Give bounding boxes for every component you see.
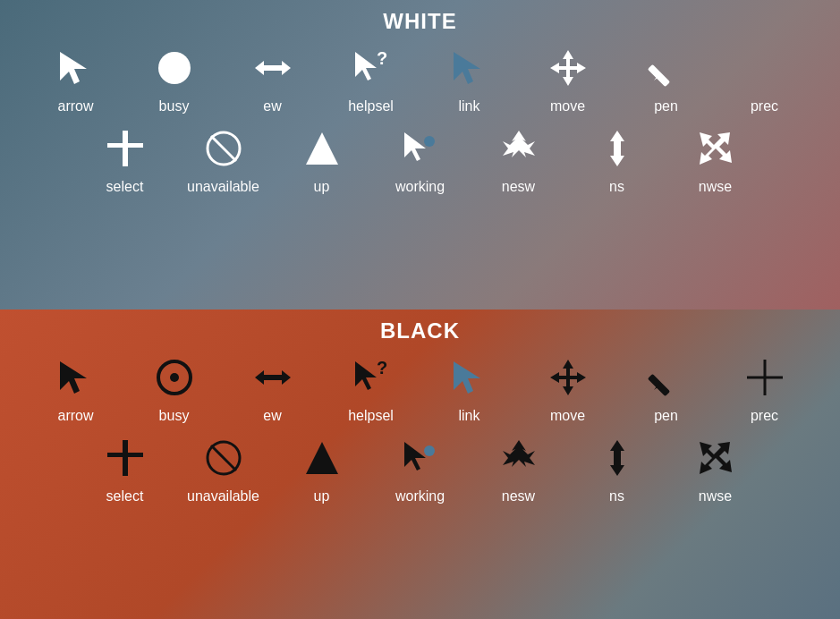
white-select-label: select	[106, 179, 144, 195]
black-pen-item: pen	[617, 351, 716, 424]
white-arrow-label: arrow	[57, 98, 93, 114]
white-helpsel-item: ? helpsel	[322, 41, 420, 114]
white-section-title: WHITE	[383, 9, 456, 34]
black-busy-item: busy	[125, 351, 224, 424]
white-helpsel-label: helpsel	[348, 98, 394, 114]
white-unavailable-label: unavailable	[187, 179, 259, 195]
svg-rect-35	[107, 453, 143, 457]
svg-marker-7	[550, 50, 586, 86]
white-select-icon	[98, 122, 152, 175]
white-pen-label: pen	[654, 98, 678, 114]
black-ns-item: ns	[568, 431, 666, 505]
black-ns-icon	[590, 431, 644, 485]
white-move-icon	[541, 41, 595, 95]
white-row-2: select unavailable up	[18, 122, 822, 202]
white-move-label: move	[550, 98, 585, 114]
white-unavailable-icon	[197, 122, 250, 175]
black-pen-icon	[640, 351, 693, 404]
svg-rect-12	[123, 131, 128, 166]
white-nesw-icon	[492, 122, 546, 175]
svg-marker-39	[404, 442, 426, 471]
black-helpsel-label: helpsel	[348, 408, 394, 424]
svg-marker-3	[255, 61, 291, 75]
svg-marker-17	[404, 132, 426, 161]
white-nesw-item: nesw	[470, 122, 568, 195]
black-ew-icon	[246, 351, 300, 404]
black-move-item: move	[519, 351, 617, 424]
white-up-icon	[295, 122, 349, 175]
white-nwse-icon	[689, 122, 742, 175]
black-nesw-label: nesw	[502, 488, 535, 505]
white-link-icon	[443, 41, 496, 95]
white-ns-item: ns	[568, 122, 666, 195]
black-arrow-icon	[49, 351, 103, 404]
white-prec-label: prec	[751, 98, 778, 114]
svg-marker-19	[503, 131, 535, 157]
svg-point-24	[170, 373, 179, 382]
white-busy-label: busy	[159, 98, 190, 114]
white-row-1: arrow busy ew	[18, 41, 822, 122]
black-select-item: select	[76, 431, 174, 505]
white-up-label: up	[314, 179, 330, 195]
black-move-icon	[541, 351, 595, 404]
black-busy-label: busy	[159, 408, 190, 424]
svg-marker-28	[454, 361, 480, 394]
black-helpsel-item: ? helpsel	[322, 351, 420, 424]
black-section: BLACK arrow busy	[0, 310, 840, 619]
white-helpsel-icon: ?	[344, 41, 398, 95]
svg-rect-13	[107, 143, 143, 148]
svg-point-18	[424, 136, 435, 147]
svg-marker-20	[610, 131, 624, 166]
svg-marker-25	[255, 370, 291, 385]
white-arrow-icon	[49, 41, 103, 95]
white-arrow-item: arrow	[27, 41, 125, 114]
black-row-1: arrow busy ew	[18, 351, 822, 431]
white-pen-item: pen	[617, 41, 716, 114]
black-section-title: BLACK	[380, 318, 460, 343]
black-row-2: select unavailable up	[18, 431, 822, 512]
white-ns-icon	[590, 122, 644, 175]
black-pen-label: pen	[654, 408, 678, 424]
black-working-icon	[394, 431, 447, 485]
black-link-icon	[443, 351, 496, 404]
black-nwse-icon	[689, 431, 742, 485]
black-prec-label: prec	[751, 408, 778, 424]
black-move-label: move	[550, 408, 585, 424]
white-working-icon	[394, 122, 447, 175]
svg-marker-26	[355, 361, 377, 390]
white-working-item: working	[371, 122, 470, 195]
black-busy-icon	[148, 351, 201, 404]
black-working-label: working	[395, 488, 445, 505]
svg-text:?: ?	[377, 48, 387, 68]
white-nesw-label: nesw	[502, 179, 535, 195]
white-ew-item: ew	[224, 41, 322, 114]
black-ew-label: ew	[263, 408, 281, 424]
black-arrow-label: arrow	[57, 408, 93, 424]
white-nwse-label: nwse	[699, 179, 732, 195]
black-cursor-grid: arrow busy ew	[18, 351, 822, 512]
white-select-item: select	[76, 122, 174, 195]
black-unavailable-item: unavailable	[174, 431, 273, 505]
black-link-label: link	[458, 408, 479, 424]
white-busy-icon	[148, 41, 201, 95]
black-up-label: up	[314, 488, 330, 505]
black-nesw-item: nesw	[470, 431, 568, 505]
svg-marker-38	[306, 442, 338, 474]
white-ns-label: ns	[609, 179, 624, 195]
svg-marker-29	[550, 360, 586, 395]
svg-marker-6	[454, 52, 480, 84]
black-up-icon	[295, 431, 349, 485]
white-unavailable-item: unavailable	[174, 122, 273, 195]
svg-marker-16	[306, 132, 338, 165]
black-unavailable-label: unavailable	[187, 488, 259, 505]
svg-marker-43	[700, 442, 732, 474]
black-ew-item: ew	[224, 351, 322, 424]
black-prec-icon	[738, 351, 792, 404]
svg-marker-4	[355, 52, 377, 81]
white-cursor-grid: arrow busy ew	[18, 41, 822, 202]
black-working-item: working	[371, 431, 470, 505]
white-up-item: up	[273, 122, 371, 195]
black-link-item: link	[420, 351, 519, 424]
svg-line-15	[211, 136, 236, 161]
white-prec-item: prec	[716, 41, 814, 114]
